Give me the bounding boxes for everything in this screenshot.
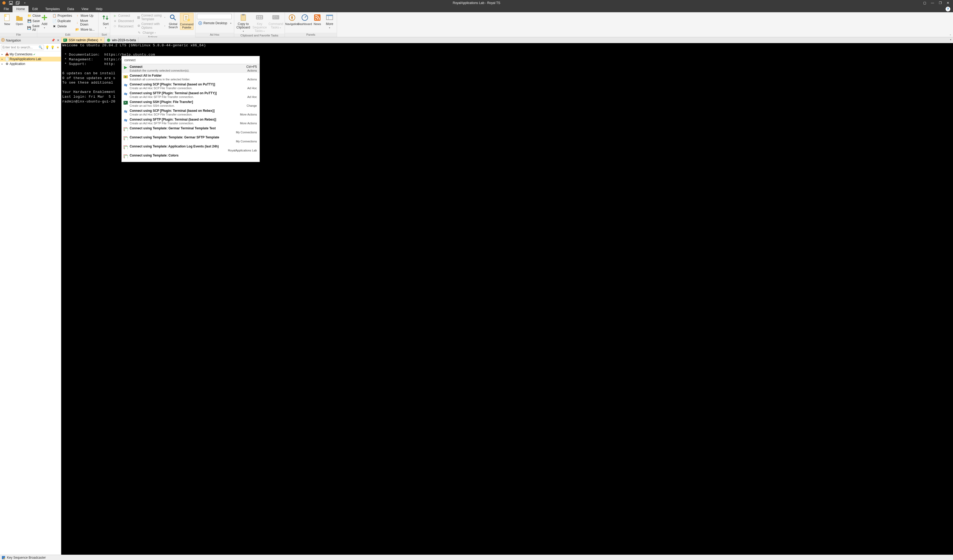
doc-tab-label: SSH radmin (Rebex) <box>69 38 98 42</box>
key-sequence-tasks-button[interactable]: Key Sequence Tasks ▾ <box>251 13 267 34</box>
palette-row[interactable]: Connect using Template: Germar Terminal … <box>122 126 259 135</box>
keyboard-icon <box>255 13 264 22</box>
navigation-panel-label: Navigation <box>285 22 299 26</box>
panel-toggle-icon[interactable]: ▢ <box>923 1 926 5</box>
sort-button[interactable]: Sort▾ <box>100 13 111 30</box>
palette-row[interactable]: Connect using SCP [Plugin: Terminal (bas… <box>122 108 259 117</box>
palette-row[interactable]: Connect using SCP [Plugin: Terminal (bas… <box>122 82 259 90</box>
workspace: Navigation 📌 ✕ Enter text to search... 🔍… <box>0 37 953 555</box>
palette-row[interactable]: Connect using SFTP [Plugin: Terminal (ba… <box>122 90 259 99</box>
properties-button[interactable]: 📋Properties <box>51 13 73 18</box>
app-icon <box>2 0 6 5</box>
palette-row[interactable]: Connect using Template: Template: Germar… <box>122 135 259 144</box>
tree-item-royalapplications-lab[interactable]: ▸ 📄 RoyalApplications Lab <box>0 57 61 62</box>
palette-row[interactable]: Connect using Template: Application Log … <box>122 144 259 153</box>
duplicate-label: Duplicate <box>57 19 71 23</box>
news-button[interactable]: News <box>312 13 323 26</box>
chevron-down-icon: ▾ <box>105 26 106 29</box>
duplicate-button[interactable]: 📄Duplicate <box>51 19 73 23</box>
change-label: Change <box>143 31 154 35</box>
ribbon-group-panels: Navigation Dashboard News More▾ Panels <box>285 12 337 37</box>
tab-edit[interactable]: Edit <box>28 6 42 12</box>
move-up-button[interactable]: ↑Move Up <box>74 13 97 18</box>
palette-row[interactable]: Connect using Template: Colors <box>122 153 259 162</box>
close-icon[interactable]: ✕ <box>100 38 102 42</box>
copy-clipboard-button[interactable]: Copy to Clipboard ▾ <box>236 13 250 33</box>
palette-row-category: Ad Hoc <box>247 95 257 98</box>
connect-template-button[interactable]: ▦Connect using Template ▾ <box>136 13 166 21</box>
tree-item-application[interactable]: ▸ ⚙ Application <box>0 62 61 66</box>
palette-row-category: More Actions <box>240 122 257 125</box>
tab-home[interactable]: Home <box>12 6 28 12</box>
add-button[interactable]: Add▾ <box>39 13 50 30</box>
adhoc-address-input[interactable] <box>197 14 231 19</box>
move-to-button[interactable]: 📂Move to... <box>74 27 97 32</box>
close-icon[interactable]: ✕ <box>947 1 949 5</box>
qat-dropdown-icon[interactable]: ▾ <box>22 0 27 5</box>
navigation-panel-button[interactable]: Navigation <box>286 13 298 26</box>
doc-tab-win2019[interactable]: win-2019-rs-beta <box>105 37 138 43</box>
tab-data[interactable]: Data <box>64 6 78 12</box>
lightbulb-icon[interactable]: 💡 <box>45 45 49 50</box>
ribbon-group-clipboard: Copy to Clipboard ▾ Key Sequence Tasks ▾… <box>234 12 285 37</box>
change-button[interactable]: ✎Change ▾ <box>136 30 166 35</box>
change-icon: ✎ <box>137 31 141 35</box>
palette-row[interactable]: ConnectCtrl+F5Establish the currently se… <box>122 64 259 73</box>
gear-icon: ⚙ <box>5 62 9 66</box>
global-search-button[interactable]: Global Search <box>168 13 178 29</box>
tab-view[interactable]: View <box>78 6 92 12</box>
svg-line-9 <box>174 18 176 20</box>
palette-search-input[interactable]: connect <box>122 56 259 64</box>
svg-point-14 <box>188 19 190 21</box>
search-input[interactable]: Enter text to search... 🔍 <box>1 45 44 50</box>
palette-row[interactable]: Connect All in FolderEstablish all conne… <box>122 73 259 82</box>
new-button[interactable]: ✦ New <box>2 13 13 26</box>
search-icon <box>169 13 177 22</box>
open-button[interactable]: Open <box>14 13 25 26</box>
tab-file[interactable]: File <box>0 6 12 12</box>
tab-help[interactable]: Help <box>92 6 106 12</box>
connect-options-button[interactable]: ⚙Connect with Options ▾ <box>136 22 166 30</box>
expand-icon[interactable]: ▸ <box>2 62 4 65</box>
doc-tab-ssh[interactable]: >_ SSH radmin (Rebex) ✕ <box>61 37 105 43</box>
more-panels-label: More▾ <box>326 22 333 29</box>
disconnect-button[interactable]: ■Disconnect <box>112 19 135 23</box>
expand-icon[interactable]: ▸ <box>2 58 4 60</box>
svg-rect-2 <box>10 3 12 5</box>
tab-templates[interactable]: Templates <box>42 6 64 12</box>
palette-row-category: Ad Hoc <box>247 87 257 90</box>
help-icon[interactable]: ? <box>945 7 950 11</box>
dashboard-button[interactable]: Dashboard <box>299 13 310 26</box>
command-tasks-button[interactable]: C:\ Command Tasks ▾ <box>269 13 283 30</box>
svg-line-30 <box>305 16 306 17</box>
reconnect-button[interactable]: ⟳Reconnect <box>112 24 135 29</box>
document-icon: 📄 <box>5 57 9 61</box>
command-palette-icon <box>182 14 191 22</box>
save-all-icon[interactable] <box>16 0 20 5</box>
minimize-icon[interactable]: — <box>931 1 934 5</box>
svg-text:>_: >_ <box>124 101 128 104</box>
command-palette-button[interactable]: Command Palette <box>180 13 194 30</box>
save-icon[interactable] <box>9 0 13 5</box>
svg-rect-23 <box>257 17 258 19</box>
connect-button[interactable]: ▶Connect <box>112 13 135 18</box>
remote-desktop-dropdown[interactable]: Remote Desktop ▾ <box>197 21 233 26</box>
expand-icon[interactable]: ▸ <box>2 53 4 56</box>
maximize-icon[interactable]: ❐ <box>939 1 942 5</box>
star-icon[interactable]: ★ <box>56 45 60 50</box>
tree-item-my-connections[interactable]: ▸ 📥 My Connections ✔ <box>0 52 61 57</box>
delete-icon: ✖ <box>52 24 56 28</box>
palette-row[interactable]: >_Connect using SSH [Plugin: File Transf… <box>122 99 259 108</box>
scp-icon <box>123 83 128 88</box>
tabstrip-dropdown-icon[interactable]: ▾ <box>950 38 951 41</box>
ribbon-collapse-icon[interactable]: ⌃ <box>949 34 951 37</box>
lightbulb-off-icon[interactable]: 💡 <box>50 45 54 50</box>
palette-row[interactable]: Connect using SFTP [Plugin: Terminal (ba… <box>122 117 259 126</box>
move-down-button[interactable]: ↓Move Down <box>74 19 97 26</box>
key-sequence-broadcaster-label[interactable]: Key Sequence Broadcaster <box>7 556 46 560</box>
palette-row-desc: Establish all connections in the selecte… <box>130 78 257 81</box>
close-icon[interactable]: ✕ <box>56 39 60 42</box>
delete-button[interactable]: ✖Delete <box>51 24 73 29</box>
pin-icon[interactable]: 📌 <box>51 39 55 42</box>
more-panels-button[interactable]: More▾ <box>324 13 335 30</box>
